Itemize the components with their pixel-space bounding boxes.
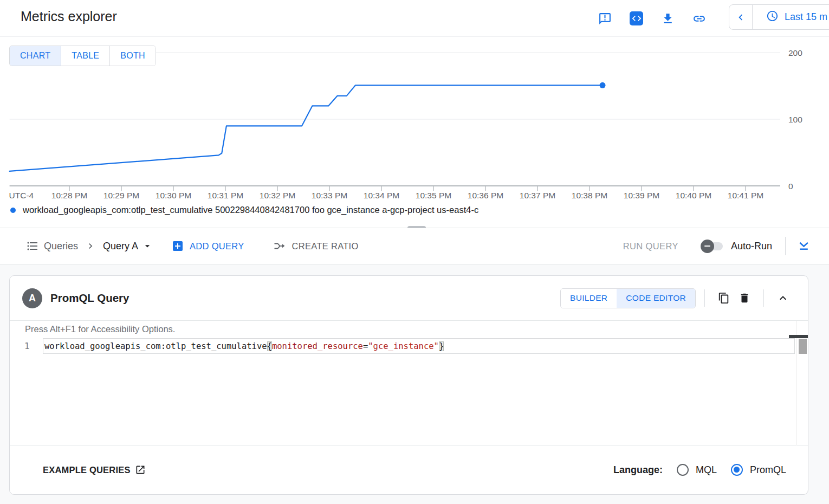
add-box-icon — [171, 240, 184, 253]
panel-area: A PromQL Query BUILDERCODE EDITOR — [0, 264, 829, 504]
x-tick-label: 10:36 PM — [468, 191, 503, 200]
chart-section: 10:28 PM10:29 PM10:30 PM10:31 PM10:32 PM… — [0, 37, 829, 228]
page-title: Metrics explorer — [21, 9, 117, 24]
feedback-icon[interactable] — [598, 12, 612, 25]
delete-icon[interactable] — [734, 288, 755, 308]
code-editor: Press Alt+F1 for Accessibility Options. … — [10, 321, 808, 445]
x-tick-label: 10:37 PM — [520, 191, 555, 200]
y-tick-label: 100 — [788, 115, 802, 124]
x-tick-label: 10:29 PM — [103, 191, 139, 200]
tab-both[interactable]: BOTH — [110, 46, 156, 66]
x-tick-label: 10:30 PM — [156, 191, 191, 200]
code-token-plain: workload_googleapis_com:otlp_test_cumula… — [44, 341, 267, 351]
example-queries-link[interactable]: EXAMPLE QUERIES — [43, 464, 146, 475]
chart-legend-item[interactable]: workload_googleapis_com:otlp_test_cumula… — [10, 205, 478, 215]
queries-breadcrumb-label[interactable]: Queries — [44, 241, 78, 252]
card-footer: EXAMPLE QUERIES Language: MQLPromQL — [10, 445, 808, 494]
x-tick-label: 10:31 PM — [208, 191, 243, 200]
tab-table[interactable]: TABLE — [61, 46, 110, 66]
code-token-label: monitored_resource — [272, 341, 363, 351]
query-name: Query A — [103, 241, 138, 252]
time-range-selector: Last 15 m — [729, 4, 829, 30]
card-header: A PromQL Query BUILDERCODE EDITOR — [10, 276, 808, 321]
query-badge: A — [22, 288, 42, 308]
queries-toolbar-left: Queries Query A ADD QUERY CREATE RATIO — [0, 240, 359, 253]
x-tick-label: 10:38 PM — [572, 191, 607, 200]
download-icon[interactable] — [661, 12, 675, 25]
card-header-actions: BUILDERCODE EDITOR — [560, 288, 793, 308]
x-tick-label: 10:35 PM — [416, 191, 451, 200]
code-token-plain: = — [363, 341, 368, 351]
queries-list-icon[interactable] — [26, 240, 39, 253]
accessibility-hint: Press Alt+F1 for Accessibility Options. — [25, 324, 175, 334]
caret-down-icon — [142, 241, 153, 251]
add-query-label: ADD QUERY — [190, 241, 244, 251]
radio-selected-icon — [731, 464, 743, 476]
auto-run-toggle[interactable] — [702, 242, 723, 250]
tab-chart[interactable]: CHART — [10, 46, 61, 66]
time-range-label[interactable]: Last 15 m — [785, 11, 827, 23]
editor-scrollbar[interactable] — [796, 321, 808, 445]
create-ratio-button[interactable]: CREATE RATIO — [273, 240, 359, 253]
language-selector: Language: MQLPromQL — [613, 464, 786, 476]
x-tick-label: 10:32 PM — [260, 191, 295, 200]
legend-color-dot — [10, 208, 16, 213]
language-radio-mql[interactable]: MQL — [677, 464, 717, 476]
collapse-card-icon[interactable] — [773, 288, 793, 308]
chevron-left-icon[interactable] — [729, 5, 752, 29]
open-in-new-icon — [135, 464, 146, 475]
promql-query-card: A PromQL Query BUILDERCODE EDITOR — [9, 275, 808, 495]
mode-tabs: BUILDERCODE EDITOR — [560, 288, 696, 308]
app-header: Metrics explorer — [0, 0, 829, 37]
y-tick-label: 200 — [788, 48, 802, 57]
link-icon[interactable] — [692, 12, 706, 25]
query-selector[interactable]: Query A — [103, 241, 153, 252]
x-tick-label: 10:39 PM — [624, 191, 659, 200]
code-chip — [630, 11, 643, 25]
series-end-point[interactable] — [600, 82, 606, 88]
divider — [704, 289, 705, 307]
queries-toolbar: Queries Query A ADD QUERY CREATE RATIO R… — [0, 228, 829, 264]
x-axis-prefix-label: UTC-4 — [9, 191, 34, 200]
collapse-panel-icon[interactable] — [797, 240, 811, 253]
divider — [752, 5, 753, 29]
line-number: 1 — [24, 341, 30, 351]
header-actions — [598, 0, 706, 37]
mode-tab-code-editor[interactable]: CODE EDITOR — [617, 289, 695, 308]
radio-unselected-icon — [677, 464, 689, 476]
view-tabs: CHARTTABLEBOTH — [9, 46, 156, 66]
x-tick-label: 10:33 PM — [312, 191, 347, 200]
code-token-bracket: { — [267, 341, 272, 351]
divider — [785, 237, 786, 255]
divider — [763, 289, 764, 307]
x-tick-label: 10:28 PM — [51, 191, 87, 200]
auto-run-label: Auto-Run — [731, 241, 772, 252]
radio-label: MQL — [696, 464, 717, 476]
toggle-knob — [701, 240, 714, 253]
x-tick-label: 10:41 PM — [728, 191, 763, 200]
legend-label: workload_googleapis_com:otlp_test_cumula… — [23, 205, 478, 215]
panel-title: PromQL Query — [50, 292, 129, 305]
series-line — [10, 85, 603, 171]
mode-tab-builder[interactable]: BUILDER — [561, 289, 617, 308]
x-tick-label: 10:40 PM — [676, 191, 711, 200]
language-radio-promql[interactable]: PromQL — [731, 464, 786, 476]
language-label: Language: — [613, 464, 663, 476]
merge-arrows-icon — [273, 240, 286, 253]
create-ratio-label: CREATE RATIO — [292, 241, 359, 251]
code-line-input[interactable]: workload_googleapis_com:otlp_test_cumula… — [43, 338, 795, 354]
copy-icon[interactable] — [714, 288, 734, 308]
code-token-bracket: } — [439, 341, 444, 351]
y-tick-label: 0 — [788, 182, 793, 191]
example-queries-label: EXAMPLE QUERIES — [43, 465, 131, 475]
code-icon[interactable] — [630, 12, 643, 25]
add-query-button[interactable]: ADD QUERY — [171, 240, 244, 253]
chevron-right-icon — [85, 241, 96, 251]
scrollbar-thumb[interactable] — [799, 339, 807, 354]
code-token-string: "gce_instance" — [368, 341, 439, 351]
code-line: workload_googleapis_com:otlp_test_cumula… — [44, 341, 444, 351]
run-query-button[interactable]: RUN QUERY — [623, 241, 678, 251]
queries-toolbar-right: RUN QUERY Auto-Run — [623, 237, 829, 255]
radio-label: PromQL — [750, 464, 786, 476]
overview-ruler-mark — [789, 335, 808, 338]
